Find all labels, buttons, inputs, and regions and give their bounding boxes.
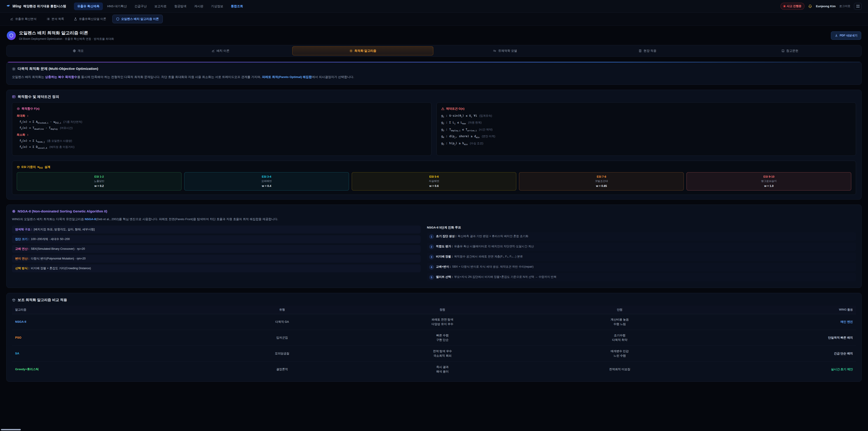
section-tab-deployment-theory[interactable]: 배치 이론 [150, 46, 291, 55]
algorithm-cons: 계산비용 높음수렴 느림 [535, 314, 704, 330]
col-header-algorithm: 알고리즘 [12, 306, 215, 314]
tab-label: 유출유 확산분석 [15, 17, 37, 21]
section-title: NSGA-II (Non-dominated Sorting Genetic A… [18, 209, 107, 213]
algorithm-comparison-table: 알고리즘 유형 장점 단점 WING 활용 NSGA-II 다목적 GA 파레토… [12, 306, 856, 377]
table-header-row: 알고리즘 유형 장점 단점 WING 활용 [12, 306, 856, 314]
pdf-export-label: PDF 내보내기 [840, 34, 857, 37]
nav-item-integrated-search[interactable]: 통합조회 [228, 2, 247, 10]
section-tab-label: 참고문헌 [786, 49, 798, 53]
nav-item-board[interactable]: 게시판 [191, 2, 207, 10]
hamburger-menu-button[interactable] [854, 3, 862, 10]
algorithm-pros: 빠른 수렴구현 단순 [350, 330, 535, 345]
section-tab-hydrodynamics[interactable]: 유체역학 모델 [435, 46, 576, 55]
step-text: 비지배 정렬 :목적함수 공간에서 파레토 전면 계층(F₁, F₂, F₃…)… [436, 254, 523, 259]
evolution-step: 3 비지배 정렬 :목적함수 공간에서 파레토 전면 계층(F₁, F₂, F₃… [427, 253, 856, 261]
esi-weights-panel: ESI 가중치 wESI 설계 ESI 1-2 노출암반 w = 0.2 ESI… [12, 161, 856, 195]
scale-icon [17, 165, 20, 168]
constraint-formula: g5 : h(pj) ≥ hmin(수심 조건) [441, 142, 851, 146]
esi-shore-type: 모래해변 [186, 180, 347, 183]
app-logo[interactable]: Wing 해양환경 위기대응 통합시스템 [6, 4, 66, 8]
section-tab-field-application[interactable]: 현장 적용 [577, 46, 718, 55]
algorithm-wing-usage: 실시간 초기 제안 [704, 361, 856, 377]
col-header-cons: 단점 [535, 306, 704, 314]
esi-shore-type: 맹그로브습지 [688, 180, 849, 183]
pdf-export-button[interactable]: PDF 내보내기 [831, 31, 861, 40]
esi-weight-value: w = 0.4 [186, 184, 347, 188]
nav-item-hns-atmospheric[interactable]: HNS·대기확산 [104, 2, 130, 10]
nav-item-oil-spill-prediction[interactable]: 유출유 확산예측 [74, 2, 103, 10]
step-number-badge: 5 [429, 275, 434, 280]
sub-tab-bar: 유출유 확산분석 분석 목록 유출유확산모델 이론 오일펜스 배치 알고리즘 이… [0, 13, 868, 26]
multi-objective-section: 다목적 최적화 문제 (Multi-Objective Optimization… [6, 62, 862, 85]
table-row: SA 모의담금질 전역 탐색 우수국소최적 회피 매개변수 민감느린 수렴 긴급… [12, 345, 856, 361]
algorithm-cons: 매개변수 민감느린 수렴 [535, 345, 704, 361]
table-row: NSGA-II 다목적 GA 파레토 전면 탐색다양성 유지 우수 계산비용 높… [12, 314, 856, 330]
tab-spill-analysis[interactable]: 유출유 확산분석 [6, 15, 40, 23]
tab-spill-model-theory[interactable]: 유출유확산모델 이론 [70, 15, 110, 23]
esi-weight-card: ESI 7-8 갯벌조간대 w = 0.85 [519, 172, 684, 190]
esi-weight-grid: ESI 1-2 노출암반 w = 0.2 ESI 3-4 모래해변 w = 0.… [17, 172, 851, 190]
objective-formula: f4(x) = Σ Dvessel,k(배치정 총 이동거리) [20, 145, 427, 149]
algorithm-type: 입자군집 [215, 330, 349, 345]
section-tab-optimization-algorithm[interactable]: 최적화 알고리즘 [292, 46, 433, 55]
chart-line-icon [10, 18, 13, 21]
ga-parameter-label: 선택 방식 : [15, 267, 29, 270]
incident-status-badge[interactable]: 사고 진행중 [780, 3, 805, 10]
evolution-step: 5 엘리트 선택 :부모+자식 2N 집단에서 비지배 정렬+혼잡도 기준으로 … [427, 273, 856, 281]
esi-weight-value: w = 0.85 [521, 184, 682, 188]
table-row: PSO 입자군집 빠른 수렴구현 단순 조기수렴다목적 취약 단일목적 빠른 배… [12, 330, 856, 345]
nav-item-aerial-search[interactable]: 항공탐색 [171, 2, 190, 10]
tab-analysis-list[interactable]: 분석 목록 [43, 15, 68, 23]
esi-range: ESI 9-10 [688, 175, 849, 178]
ga-parameter-value: 비지배 정렬 + 혼잡도 거리(Crowding Distance) [31, 267, 91, 270]
horizontal-scrollbar-thumb[interactable] [1, 429, 21, 430]
nav-item-weather-info[interactable]: 기상정보 [208, 2, 227, 10]
esi-shore-type: 노출암반 [19, 180, 180, 183]
nav-item-emergency-rescue[interactable]: 긴급구난 [131, 2, 150, 10]
ga-parameter-label: 집단 크기 : [15, 237, 29, 241]
ga-parameter-value: 100~200개체 · 세대수 50~200 [31, 237, 70, 241]
scale-icon [12, 298, 16, 302]
evolution-step: 4 교배+변이 :SBX + 다항식 변이로 자식 세대 생성. 제약조건 위반… [427, 263, 856, 271]
section-tab-label: 개요 [78, 49, 84, 53]
esi-weight-card: ESI 9-10 맹그로브습지 w = 1.0 [686, 172, 851, 190]
building-icon [639, 49, 642, 53]
esi-shore-type: 갯벌조간대 [521, 180, 682, 183]
brand-name: Wing [12, 4, 21, 8]
wave-icon [493, 49, 496, 53]
step-text: 적합도 평가 :유출유 확산 시뮬레이터로 각 배치안의 차단면적·도달시간 계… [436, 244, 534, 249]
incident-dot-icon [784, 5, 785, 7]
esi-range: ESI 5-6 [354, 175, 515, 178]
tab-boom-algorithm-theory[interactable]: 오일펜스 배치 알고리즘 이론 [112, 15, 163, 23]
objective-formula: f2(x) = Tdeadline - Tdeploy(여유시간) [20, 126, 427, 130]
constraint-formula: g2 : Σ Lj ≤ Lmax(자원 한계) [441, 121, 851, 125]
maximize-label: 최대화 : [17, 114, 427, 118]
section-tab-overview[interactable]: 개요 [8, 46, 149, 55]
logout-button[interactable]: 로그아웃 [839, 4, 850, 8]
ga-parameter-row: 교배 연산 : SBX(Simulated Binary Crossover) … [12, 245, 421, 253]
globe-icon [73, 49, 76, 53]
highlight-objectives: 상충하는 복수 목적함수 [45, 75, 77, 79]
algorithm-type: 결정론적 [215, 361, 349, 377]
step-text: 엘리트 선택 :부모+자식 2N 집단에서 비지배 정렬+혼잡도 기준으로 N개… [436, 275, 557, 279]
ga-parameters-list: 염색체 구조 : [배치지점 좌표, 방향각도, 길이, 형태, 세부사항] 집… [12, 225, 421, 283]
nsga-section: NSGA-II (Non-dominated Sorting Genetic A… [6, 205, 862, 288]
flask-icon [74, 18, 77, 21]
section-tab-references[interactable]: 참고문헌 [719, 46, 860, 55]
esi-weight-card: ESI 1-2 노출암반 w = 0.2 [17, 172, 182, 190]
page-shield-badge-icon [7, 31, 16, 40]
ga-parameter-row: 변이 연산 : 다항식 변이(Polynomial Mutation) · ηm… [12, 255, 421, 263]
constraint-formula: g3 : Tdeploy,i ≤ Tarrive,i(시간 제약) [441, 128, 851, 132]
tab-label: 오일펜스 배치 알고리즘 이론 [121, 17, 159, 21]
evolution-step: 2 적합도 평가 :유출유 확산 시뮬레이터로 각 배치안의 차단면적·도달시간… [427, 243, 856, 251]
page-header: 오일펜스 배치 최적화 알고리즘 이론 Oil Boom Deployment … [0, 26, 868, 45]
algorithm-wing-usage: 단일목적 빠른 배치 [704, 330, 856, 345]
notification-bell-icon[interactable] [808, 4, 812, 8]
step-number-badge: 2 [429, 245, 434, 249]
esi-weight-value: w = 1.0 [688, 184, 849, 188]
intro-paragraph: 오일펜스 배치 최적화는 상충하는 복수 목적함수를 동시에 만족해야 하는 전… [12, 74, 856, 80]
user-name: Eunjeong Kim [816, 4, 835, 8]
nav-item-reports[interactable]: 보고자료 [151, 2, 170, 10]
download-icon [835, 34, 838, 37]
ga-parameter-row: 집단 크기 : 100~200개체 · 세대수 50~200 [12, 235, 421, 243]
